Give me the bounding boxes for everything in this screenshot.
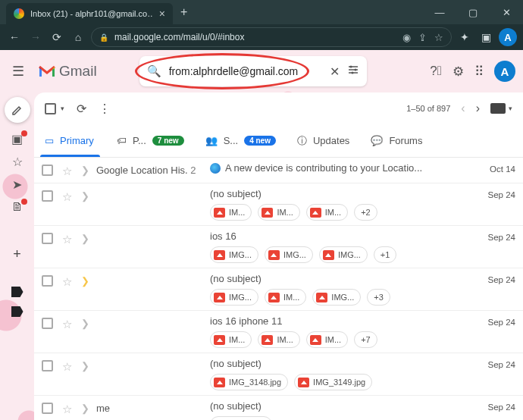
next-page-icon[interactable]: › (476, 102, 480, 115)
app-icon[interactable]: ▣ (478, 29, 494, 45)
attachment-chip[interactable]: IM... (265, 289, 306, 306)
density-toggle[interactable] (490, 103, 506, 114)
attachment-chip[interactable]: IM... (306, 204, 348, 221)
row-checkbox[interactable] (42, 165, 53, 176)
category-tab-primary[interactable]: ▭Primary (34, 124, 106, 157)
category-tab-forums[interactable]: 💬Forums (360, 124, 433, 157)
density-dropdown-icon[interactable]: ▾ (509, 105, 512, 112)
star-icon[interactable]: ☆ (62, 190, 72, 204)
image-icon (214, 208, 225, 218)
search-options-icon[interactable] (347, 64, 359, 79)
importance-icon[interactable]: ❯ (81, 318, 89, 329)
account-avatar[interactable]: A (494, 61, 515, 82)
select-dropdown-icon[interactable]: ▾ (61, 105, 64, 112)
star-icon[interactable]: ☆ (62, 165, 72, 178)
category-tab-p[interactable]: 🏷P...7 new (106, 124, 195, 157)
importance-icon[interactable]: ❯ (81, 165, 89, 176)
star-icon[interactable]: ☆ (62, 360, 72, 374)
main-menu-icon[interactable]: ☰ (5, 58, 32, 85)
profile-badge[interactable]: A (499, 28, 517, 46)
prev-page-icon[interactable]: ‹ (461, 102, 465, 115)
star-icon[interactable]: ☆ (62, 318, 72, 331)
email-row[interactable]: ☆ ❯ me (no subject) 70244.jpg Sep 24 (34, 396, 523, 420)
search-input[interactable] (169, 65, 322, 77)
refresh-icon[interactable]: ⟳ (77, 102, 86, 116)
email-row[interactable]: ☆ ❯ (no subject) IM...IM...IM...+2 Sep 2… (34, 183, 523, 226)
window-maximize[interactable]: ▢ (456, 0, 490, 24)
date: Sep 24 (478, 273, 515, 306)
settings-icon[interactable]: ⚙ (453, 64, 464, 80)
window-minimize[interactable]: — (423, 0, 456, 24)
gmail-logo[interactable]: Gmail (38, 63, 97, 80)
more-icon[interactable]: ⋮ (99, 102, 111, 116)
share-icon[interactable]: ⇪ (418, 32, 427, 43)
extensions-icon[interactable]: ✦ (456, 29, 473, 45)
address-bar[interactable]: 🔒 mail.google.com/mail/u/0/#inbox ◉ ⇪ ☆ (91, 27, 452, 47)
people-icon: 👥 (205, 135, 218, 146)
category-tab-s[interactable]: 👥S...4 new (195, 124, 287, 157)
importance-icon[interactable]: ❯ (81, 360, 89, 371)
starred-nav-icon[interactable]: ☆ (9, 155, 26, 168)
eye-icon[interactable]: ◉ (402, 32, 411, 43)
more-attachments[interactable]: +7 (354, 331, 377, 348)
attachment-chip[interactable]: IM... (258, 331, 299, 348)
browser-tab[interactable]: Inbox (21) - alphr101@gmail.co… × (6, 3, 173, 24)
row-checkbox[interactable] (42, 190, 53, 202)
window-close[interactable]: ✕ (490, 0, 523, 24)
gmail-m-icon (38, 64, 56, 78)
more-attachments[interactable]: +2 (354, 204, 377, 221)
clear-search-icon[interactable]: ✕ (330, 64, 340, 79)
email-row[interactable]: ☆ ❯ Google Location His. 2 A new device … (34, 158, 523, 183)
apps-icon[interactable]: ⠿ (474, 64, 484, 80)
star-icon[interactable]: ☆ (62, 275, 72, 289)
search-icon[interactable]: 🔍 (147, 64, 161, 78)
row-checkbox[interactable] (42, 360, 53, 371)
support-icon[interactable]: ?⃝ (430, 64, 442, 79)
attachment-chip[interactable]: IMG... (312, 289, 361, 306)
attachment-chip[interactable]: IMG_3148.jpg (210, 374, 288, 390)
drafts-nav-icon[interactable]: 🗎 (9, 200, 26, 214)
email-row[interactable]: ☆ ❯ (no subject) IMG...IM...IMG...+3 Sep… (34, 268, 523, 311)
inbox-nav-icon[interactable]: ▣ (9, 132, 26, 146)
select-all-checkbox[interactable] (45, 103, 56, 114)
close-tab-icon[interactable]: × (159, 8, 165, 20)
row-checkbox[interactable] (42, 275, 53, 287)
attachment-chip[interactable]: IMG... (210, 246, 258, 263)
row-checkbox[interactable] (42, 403, 53, 414)
attachment-chip[interactable]: IMG_3149.jpg (294, 374, 372, 390)
email-row[interactable]: ☆ ❯ ios 16 IMG...IMG...IMG...+1 Sep 24 (34, 226, 523, 268)
importance-icon[interactable]: ❯ (81, 275, 89, 287)
sent-nav-icon[interactable]: ➤ (9, 177, 26, 191)
star-icon[interactable]: ☆ (62, 233, 72, 246)
more-attachments[interactable]: +3 (367, 289, 390, 306)
new-tab-button[interactable]: + (180, 5, 187, 19)
star-icon[interactable]: ☆ (62, 403, 72, 416)
attachment-chip[interactable]: IMG... (265, 246, 313, 263)
compose-button[interactable] (5, 97, 30, 123)
attachment-chip[interactable]: IMG... (319, 246, 368, 263)
row-checkbox[interactable] (42, 318, 53, 329)
attachment-chip[interactable]: IM... (258, 204, 299, 221)
attachment-chip[interactable]: IM... (306, 331, 348, 348)
bookmark-icon[interactable]: ☆ (434, 32, 443, 43)
email-row[interactable]: ☆ ❯ ios 16 iphone 11 IM...IM...IM...+7 S… (34, 311, 523, 353)
attachment-chip[interactable]: IM... (210, 331, 252, 348)
add-label-button[interactable]: + (9, 247, 26, 261)
importance-icon[interactable]: ❯ (81, 190, 89, 202)
reload-button[interactable]: ⟳ (49, 29, 65, 45)
email-row[interactable]: ☆ ❯ (no subject) IMG_3148.jpgIMG_3149.jp… (34, 353, 523, 396)
row-checkbox[interactable] (42, 233, 53, 244)
label-icon[interactable] (11, 306, 23, 317)
back-button[interactable]: ← (6, 29, 23, 45)
date: Sep 24 (478, 230, 515, 263)
category-tab-updates[interactable]: ⓘUpdates (287, 124, 360, 157)
attachment-chip[interactable]: IMG... (210, 289, 258, 306)
label-icon[interactable] (11, 287, 23, 297)
importance-icon[interactable]: ❯ (81, 233, 89, 244)
home-button[interactable]: ⌂ (70, 29, 86, 45)
more-attachments[interactable]: +1 (374, 246, 397, 263)
attachment-chip[interactable]: 70244.jpg (210, 416, 272, 420)
forward-button[interactable]: → (27, 29, 44, 45)
importance-icon[interactable]: ❯ (81, 403, 89, 414)
attachment-chip[interactable]: IM... (210, 204, 252, 221)
